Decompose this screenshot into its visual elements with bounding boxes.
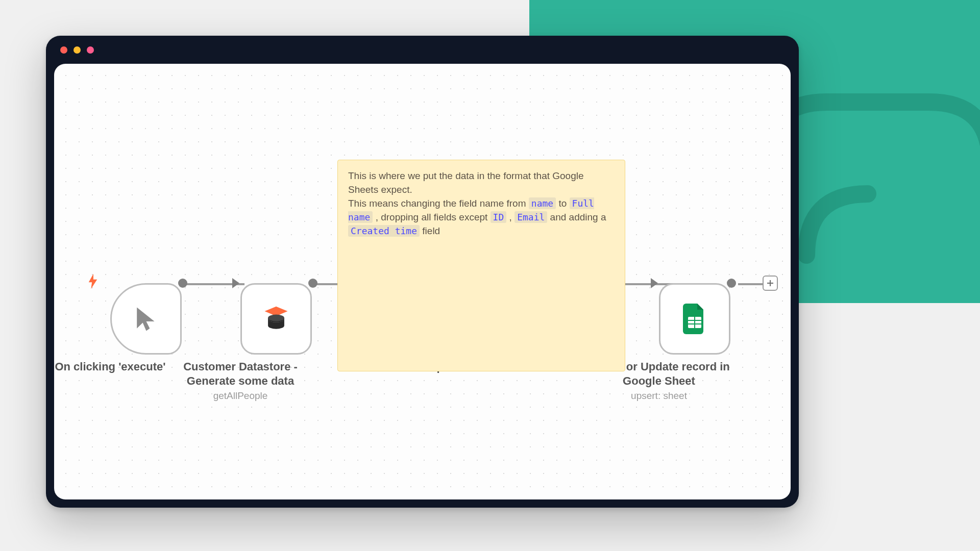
input-port[interactable]	[651, 278, 658, 288]
sticky-text: field	[422, 226, 440, 236]
window-minimize-icon[interactable]	[74, 46, 81, 54]
add-node-button[interactable]	[763, 276, 778, 291]
code-token-name: name	[529, 197, 556, 209]
window-close-icon[interactable]	[60, 46, 67, 54]
sticky-text: ,	[509, 212, 515, 222]
input-port[interactable]	[232, 278, 239, 288]
plus-icon	[766, 279, 774, 287]
sticky-text: This means changing the field name from	[348, 198, 529, 209]
code-token-created: Created time	[348, 225, 420, 237]
node-datastore[interactable]	[240, 283, 312, 355]
code-token-email: Email	[514, 211, 547, 223]
node-trigger[interactable]	[110, 283, 182, 355]
window-titlebar	[46, 36, 799, 64]
output-port[interactable]	[308, 279, 317, 288]
node-google-sheets[interactable]	[659, 283, 730, 355]
sticky-text: and adding a	[550, 212, 606, 222]
code-token-id: ID	[491, 211, 507, 223]
sticky-note[interactable]: This is where we put the data in the for…	[337, 160, 625, 371]
node-label: On clicking 'execute'	[54, 360, 177, 374]
workflow-canvas[interactable]: This is where we put the data in the for…	[54, 64, 791, 499]
svg-point-0	[268, 315, 284, 322]
svg-point-1	[268, 315, 284, 322]
node-label: Customer Datastore - Generate some data …	[172, 360, 309, 402]
node-title: Customer Datastore - Generate some data	[183, 360, 298, 387]
app-window: This is where we put the data in the for…	[46, 36, 799, 508]
google-sheets-icon	[683, 304, 706, 334]
bolt-icon	[87, 274, 99, 293]
node-subtitle: upsert: sheet	[587, 390, 730, 402]
datastore-icon	[261, 304, 291, 334]
node-title: On clicking 'execute'	[55, 360, 165, 373]
svg-point-2	[268, 315, 284, 321]
output-port[interactable]	[727, 279, 736, 288]
svg-rect-3	[688, 317, 701, 328]
connector[interactable]	[738, 283, 766, 285]
cursor-icon	[132, 305, 160, 333]
sticky-text: to	[558, 198, 569, 209]
window-zoom-icon[interactable]	[87, 46, 94, 54]
sticky-text: This is where we put the data in the for…	[348, 170, 584, 195]
node-subtitle: getAllPeople	[172, 390, 309, 402]
output-port[interactable]	[178, 279, 187, 288]
sticky-text: , dropping all fields except	[376, 212, 491, 222]
